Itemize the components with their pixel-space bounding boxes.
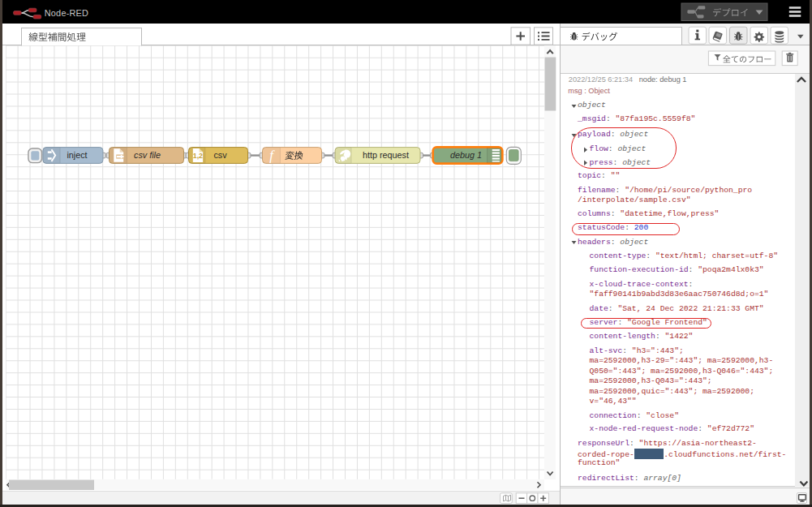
svg-text:csv file: csv file: [134, 151, 161, 161]
svg-text:inject: inject: [67, 151, 87, 161]
svg-text:http request: http request: [362, 151, 408, 161]
svg-text:csv: csv: [213, 151, 227, 161]
svg-text:1,2: 1,2: [192, 152, 202, 160]
svg-text:debug 1: debug 1: [449, 151, 481, 161]
